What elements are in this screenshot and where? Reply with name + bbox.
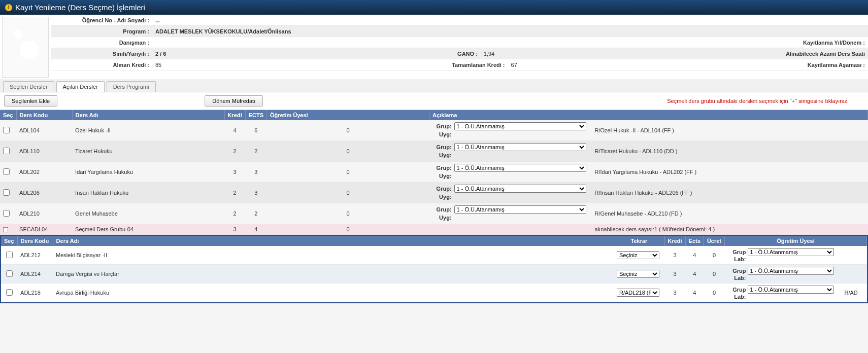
cell-kredi: 3	[224, 224, 245, 235]
completed-label: Tamamlanan Kredi :	[449, 60, 508, 69]
curriculum-button[interactable]: Dönem Müfredatı	[205, 95, 263, 107]
table-row: ADL104Özel Hukuk -II460Grup: 1 - Ö.Ü.Ata…	[0, 120, 868, 141]
elective-group-row: -SECADL04Seçmeli Ders Grubu-04340alınabi…	[0, 224, 868, 235]
col-ects: ECTS	[245, 110, 266, 120]
repeat-select[interactable]: R/ADL218 (FI	[617, 289, 659, 297]
group-select[interactable]: 1 - Ö.Ü.Atanmamış	[454, 143, 586, 151]
select-checkbox[interactable]	[3, 148, 10, 154]
group-select[interactable]: 1 - Ö.Ü.Atanmamış	[454, 185, 586, 193]
cell-group: Grup: 1 - Ö.Ü.AtanmamışUyg:	[429, 203, 592, 224]
cell-kredi: 3	[664, 265, 685, 284]
select-checkbox[interactable]	[3, 210, 10, 217]
cell-instr: 0	[267, 141, 429, 162]
cell-extra	[842, 265, 867, 284]
gano-label: GANO :	[454, 49, 481, 58]
cell-instr: 0	[267, 224, 429, 235]
cell-group: Grup: 1 - Ö.Ü.AtanmamışUyg:	[429, 120, 592, 141]
cell-instr: 0	[267, 162, 429, 183]
student-no-value: ...	[152, 16, 163, 25]
collapse-icon[interactable]: -	[3, 227, 8, 232]
cell-kredi: 3	[224, 162, 245, 183]
tab-offered-courses[interactable]: Açılan Dersler	[56, 81, 105, 92]
cell-name: Genel Muhasebe	[72, 203, 224, 224]
cell-name: Özel Hukuk -II	[72, 120, 224, 141]
program-value: ADALET MESLEK YÜKSEKOKULU/Adalet/Önlisan…	[152, 27, 294, 36]
select-checkbox[interactable]	[6, 270, 13, 277]
col-code: Ders Kodu	[16, 110, 72, 120]
table-row: ADL214Damga Vergisi ve HarçlarSeçiniz340…	[1, 265, 867, 284]
scol-ects: Ects	[685, 236, 704, 246]
repeat-select[interactable]: Seçiniz	[617, 251, 659, 259]
cell-ucret: 0	[704, 284, 724, 302]
cell-code: ADL206	[16, 183, 72, 203]
group-select[interactable]: 1 - Ö.Ü.Atanmamış	[748, 267, 834, 275]
cell-code: ADL214	[17, 265, 53, 284]
max-hours-label: Alınabilecek Azami Ders Saati	[783, 49, 868, 58]
elective-hint: Seçmeli ders grubu altındaki dersleri se…	[667, 98, 849, 104]
tab-schedule[interactable]: Ders Programı	[107, 81, 156, 92]
cell-ects: 4	[685, 246, 704, 265]
cell-extra	[842, 246, 867, 265]
cell-code: ADL210	[16, 203, 72, 224]
scol-instr: Öğretim Üyesi	[725, 236, 867, 246]
student-info-panel: Öğrenci No - Adı Soyadı : ... Program : …	[0, 15, 868, 80]
cell-name: Avrupa Birliği Hukuku	[53, 284, 614, 302]
info-icon: i	[5, 4, 12, 11]
cell-group: Grup 1 - Ö.Ü.AtanmamışLab:	[725, 246, 842, 265]
window-titlebar: i Kayıt Yenileme (Ders Seçme) İşlemleri	[0, 0, 868, 15]
select-checkbox[interactable]	[3, 127, 10, 133]
cell-code: ADL212	[17, 246, 53, 265]
col-kredi: Kredi	[224, 110, 245, 120]
cell-ects: 4	[685, 284, 704, 302]
cell-code: ADL202	[16, 162, 72, 183]
cell-name: Mesleki Bilgisayar -II	[53, 246, 614, 265]
group-select[interactable]: 1 - Ö.Ü.Atanmamış	[454, 122, 586, 130]
cell-code: ADL218	[17, 284, 53, 302]
select-checkbox[interactable]	[3, 189, 10, 196]
tab-bar: Seçilen Dersler Açılan Dersler Ders Prog…	[0, 80, 868, 92]
col-instr: Öğretim Üyesi	[267, 110, 429, 120]
add-selected-button[interactable]: Seçilenleri Ekle	[4, 95, 57, 107]
courses-table: Seç Ders Kodu Ders Adı Kredi ECTS Öğreti…	[0, 110, 868, 235]
scol-ucret: Ücret	[704, 236, 724, 246]
reg-year-label: Kayıtlanma Yıl/Dönem :	[800, 38, 868, 47]
cell-instr: 0	[267, 183, 429, 203]
cell-group: Grup 1 - Ö.Ü.AtanmamışLab:	[725, 265, 842, 284]
elective-sub-panel: Seç Ders Kodu Ders Adı Tekrar Kredi Ects…	[0, 235, 868, 303]
select-checkbox[interactable]	[6, 252, 13, 258]
cell-code: ADL104	[16, 120, 72, 141]
repeat-select[interactable]: Seçiniz	[617, 270, 659, 278]
group-select[interactable]: 1 - Ö.Ü.Atanmamış	[748, 286, 834, 294]
class-label: Sınıfı/Yarıyılı :	[51, 49, 152, 58]
group-select[interactable]: 1 - Ö.Ü.Atanmamış	[454, 205, 586, 214]
cell-ects: 2	[245, 203, 266, 224]
cell-ucret: 0	[704, 246, 724, 265]
cell-desc: R/Özel Hukuk -II - ADL104 (FF )	[592, 120, 868, 141]
cell-ects: 2	[245, 141, 266, 162]
cell-desc: R/İnsan Hakları Hukuku - ADL206 (FF )	[592, 183, 868, 203]
scol-kredi: Kredi	[664, 236, 685, 246]
cell-instr: 0	[267, 120, 429, 141]
credit-label: Alınan Kredi :	[51, 60, 152, 69]
cell-group: Grup: 1 - Ö.Ü.AtanmamışUyg:	[429, 141, 592, 162]
select-checkbox[interactable]	[3, 168, 10, 175]
select-checkbox[interactable]	[6, 289, 13, 296]
advisor-value	[152, 41, 158, 44]
col-sec: Seç	[0, 110, 16, 120]
scol-name: Ders Adı	[53, 236, 614, 246]
table-row: ADL110Ticaret Hukuku220Grup: 1 - Ö.Ü.Ata…	[0, 141, 868, 162]
cell-kredi: 2	[224, 183, 245, 203]
table-row: ADL202İdari Yargılama Hukuku330Grup: 1 -…	[0, 162, 868, 183]
group-select[interactable]: 1 - Ö.Ü.Atanmamış	[454, 164, 586, 172]
cell-ects: 3	[245, 183, 266, 203]
group-select[interactable]: 1 - Ö.Ü.Atanmamış	[748, 248, 834, 256]
cell-ects: 4	[685, 265, 704, 284]
cell-desc: R/Genel Muhasebe - ADL210 (FD )	[592, 203, 868, 224]
cell-name: Seçmeli Ders Grubu-04	[72, 224, 224, 235]
cell-name: Damga Vergisi ve Harçlar	[53, 265, 614, 284]
tab-selected-courses[interactable]: Seçilen Dersler	[3, 81, 54, 92]
col-name: Ders Adı	[72, 110, 224, 120]
cell-name: İnsan Hakları Hukuku	[72, 183, 224, 203]
cell-kredi: 4	[224, 120, 245, 141]
toolbar: Seçilenleri Ekle Dönem Müfredatı Seçmeli…	[0, 92, 868, 110]
